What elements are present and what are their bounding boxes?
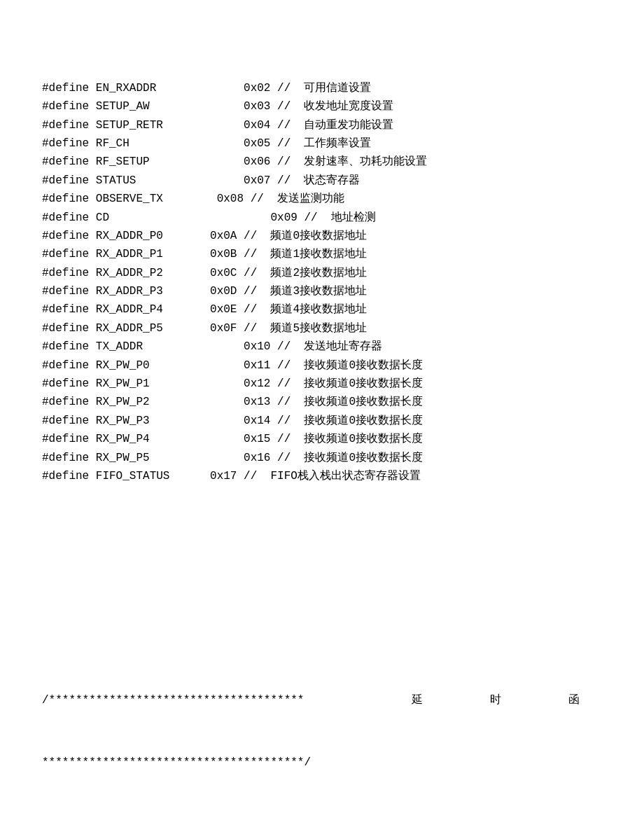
define-line: #define RX_ADDR_P0 0x0A // 频道0接收数据地址 — [42, 227, 602, 245]
code-container: #define EN_RXADDR 0x02 // 可用信道设置#define … — [42, 42, 602, 834]
define-line: #define RX_ADDR_P1 0x0B // 频道1接收数据地址 — [42, 245, 602, 263]
defines-section: #define EN_RXADDR 0x02 // 可用信道设置#define … — [42, 79, 602, 486]
define-line: #define FIFO_STATUS 0x17 // FIFO栈入栈出状态寄存… — [42, 467, 602, 485]
blank-line-2 — [42, 597, 602, 615]
define-line: #define SETUP_AW 0x03 // 收发地址宽度设置 — [42, 97, 602, 116]
define-line: #define OBSERVE_TX 0x08 // 发送监测功能 — [42, 190, 602, 208]
define-line: #define RX_PW_P2 0x13 // 接收频道0接收数据长度 — [42, 393, 602, 411]
define-line: #define RX_ADDR_P4 0x0E // 频道4接收数据地址 — [42, 300, 602, 319]
define-line: #define RX_PW_P4 0x15 // 接收频道0接收数据长度 — [42, 430, 602, 448]
define-line: #define RF_CH 0x05 // 工作频率设置 — [42, 134, 602, 153]
define-line: #define EN_RXADDR 0x02 // 可用信道设置 — [42, 79, 602, 97]
define-line: #define CD 0x09 // 地址检测 — [42, 209, 602, 227]
define-line: #define STATUS 0x07 // 状态寄存器 — [42, 172, 602, 190]
comment-block-line2: ***************************************/ — [42, 753, 602, 772]
define-line: #define RX_ADDR_P3 0x0D // 频道3接收数据地址 — [42, 282, 602, 300]
define-line: #define RX_PW_P3 0x14 // 接收频道0接收数据长度 — [42, 412, 602, 430]
define-line: #define RX_ADDR_P2 0x0C // 频道2接收数据地址 — [42, 264, 602, 282]
define-line: #define RX_ADDR_P5 0x0F // 频道5接收数据地址 — [42, 319, 602, 338]
blank-line-1 — [42, 541, 602, 560]
define-line: #define RX_PW_P0 0x11 // 接收频道0接收数据长度 — [42, 356, 602, 375]
define-line: #define TX_ADDR 0x10 // 发送地址寄存器 — [42, 338, 602, 356]
define-line: #define RX_PW_P5 0x16 // 接收频道0接收数据长度 — [42, 449, 602, 467]
blank-line-3 — [42, 828, 602, 834]
define-line: #define SETUP_RETR 0x04 // 自动重发功能设置 — [42, 116, 602, 134]
comment-block-line1: /************************************** … — [42, 691, 602, 709]
define-line: #define RF_SETUP 0x06 // 发射速率、功耗功能设置 — [42, 153, 602, 171]
define-line: #define RX_PW_P1 0x12 // 接收频道0接收数据长度 — [42, 375, 602, 393]
